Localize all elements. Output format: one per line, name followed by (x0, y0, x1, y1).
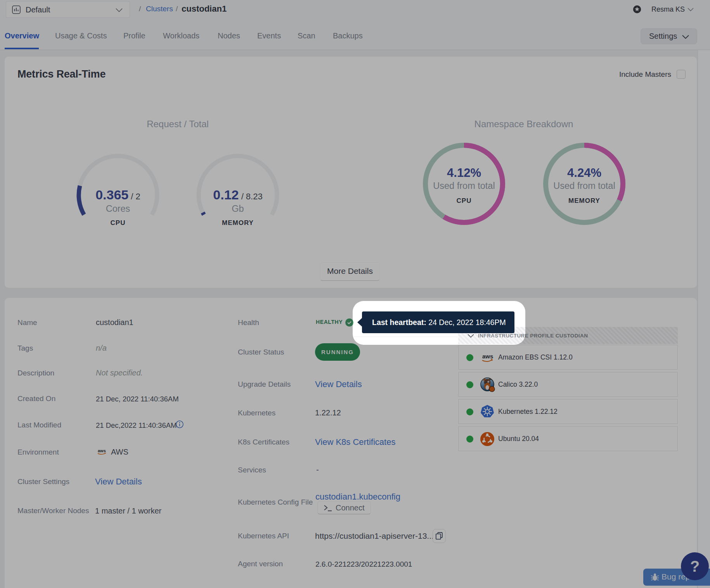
svg-text:aws: aws (482, 353, 493, 360)
svg-text:aws: aws (98, 448, 106, 453)
